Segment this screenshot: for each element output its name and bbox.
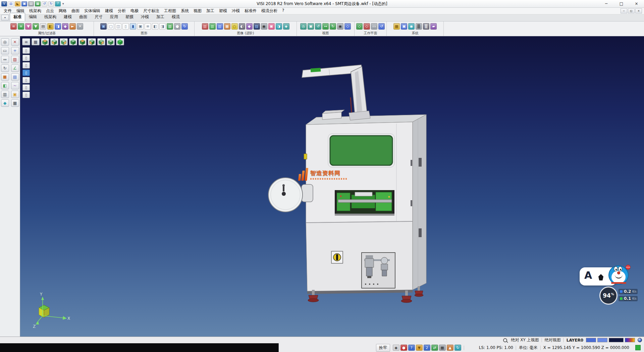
refresh-graphics-icon[interactable]: ↻ bbox=[181, 23, 188, 30]
display-config-icon[interactable]: ▣ bbox=[401, 23, 407, 30]
slant-panel-icon[interactable]: ▰ bbox=[430, 23, 437, 30]
units-readout[interactable]: 单位: 毫米 bbox=[519, 345, 538, 351]
zoom-tool-icon[interactable]: ◎ bbox=[1, 38, 9, 46]
clipboard-tool-icon[interactable]: ▯ bbox=[22, 92, 30, 98]
shadow-icon[interactable]: ◐ bbox=[239, 23, 245, 30]
app-logo-icon[interactable]: V bbox=[1, 1, 7, 6]
pin-icon[interactable]: ◆ bbox=[393, 345, 399, 351]
material-icon[interactable]: ◆ bbox=[246, 23, 253, 30]
background-icon[interactable]: ▨ bbox=[254, 23, 260, 30]
regen-icon[interactable]: ↻ bbox=[454, 345, 461, 351]
color-swatch[interactable] bbox=[597, 338, 607, 342]
view-orientation-label[interactable]: 绝对 XY 上视图 bbox=[511, 337, 539, 343]
align-workplane-icon[interactable]: ◇ bbox=[364, 23, 370, 30]
model-canvas[interactable]: Y X Z bbox=[20, 36, 644, 337]
point-edit-icon[interactable]: + bbox=[11, 47, 19, 54]
menu-item[interactable]: 塑模 bbox=[217, 7, 229, 14]
percent-badge[interactable]: 94 % bbox=[599, 287, 618, 305]
copy-attributes-icon[interactable]: ≡ bbox=[18, 23, 24, 30]
close-button[interactable]: × bbox=[629, 0, 644, 7]
new-window-icon[interactable]: ▣ bbox=[100, 23, 107, 30]
folder-icon[interactable]: ▼ bbox=[416, 345, 423, 351]
search-icon[interactable] bbox=[503, 338, 507, 342]
clipboard-tool-icon[interactable]: ▯ bbox=[22, 70, 30, 76]
rotate-view-icon[interactable]: ↻ bbox=[330, 23, 336, 30]
quick-select-icon[interactable]: ► bbox=[69, 23, 76, 30]
command-prompt-area[interactable] bbox=[0, 343, 279, 352]
mdi-close-button[interactable]: × bbox=[635, 8, 642, 13]
display-menu-icon[interactable]: ≡ bbox=[22, 38, 30, 45]
ribbon-tab[interactable]: 应用 bbox=[106, 13, 122, 21]
open-file-icon[interactable]: ◣ bbox=[15, 1, 20, 6]
curve-tool-icon[interactable]: ~ bbox=[11, 82, 19, 89]
layers-tool-icon[interactable]: ▥ bbox=[1, 91, 9, 98]
ribbon-tab[interactable]: 模流 bbox=[168, 13, 183, 21]
swap-icon[interactable]: ⇄ bbox=[431, 345, 438, 351]
isometric-view-icon[interactable]: ◇ bbox=[344, 23, 351, 30]
shading-blue-icon[interactable]: ▥ bbox=[217, 23, 223, 30]
matrix-icon[interactable]: ▒ bbox=[423, 23, 429, 30]
menu-item[interactable]: 模流分析 bbox=[259, 7, 280, 14]
copy-page-icon[interactable]: ▣ bbox=[137, 23, 144, 30]
shading-red-icon[interactable]: ▥ bbox=[202, 23, 208, 30]
delete-tool-icon[interactable]: ✕ bbox=[11, 38, 19, 46]
notes-tool-icon[interactable]: ▣ bbox=[11, 91, 19, 98]
print-icon[interactable]: ▤ bbox=[28, 1, 34, 6]
help-status-icon[interactable]: ? bbox=[408, 345, 415, 351]
clipboard-tool-icon[interactable]: ▯ bbox=[22, 77, 30, 83]
lock-toggle[interactable]: 拴牢 bbox=[376, 344, 390, 352]
ribbon-tab[interactable]: 编辑 bbox=[25, 13, 41, 21]
tile-windows-icon[interactable]: ◧ bbox=[152, 23, 158, 30]
pan-tool-icon[interactable]: ↔ bbox=[1, 56, 9, 63]
menu-item[interactable]: ? bbox=[280, 7, 286, 14]
color-swatch[interactable] bbox=[625, 338, 635, 342]
filter-remove-icon[interactable]: ▼ bbox=[33, 23, 39, 30]
menu-item[interactable]: 标准件 bbox=[242, 7, 259, 14]
undo-icon[interactable]: ↺ bbox=[42, 1, 47, 6]
help-icon[interactable]: ? bbox=[55, 1, 61, 6]
rotate-tool-icon[interactable]: ↻ bbox=[1, 64, 9, 72]
effects-icon[interactable]: ◈ bbox=[283, 23, 289, 30]
grid-dots-icon[interactable]: ▒ bbox=[416, 23, 422, 30]
shading-green-icon[interactable]: ▥ bbox=[209, 23, 216, 30]
zoom-all-icon[interactable]: ◎ bbox=[300, 23, 307, 30]
measure-tool-icon[interactable]: ∠ bbox=[11, 64, 19, 72]
reset-filter-icon[interactable]: ✕ bbox=[77, 23, 83, 30]
library-tool-icon[interactable]: ▦ bbox=[11, 99, 19, 107]
new-file-icon[interactable]: ▤ bbox=[8, 1, 14, 6]
ribbon-tab[interactable]: 冲模 bbox=[137, 13, 153, 21]
mdi-restore-button[interactable]: ◱ bbox=[628, 8, 635, 13]
snapshot-icon[interactable]: ▣ bbox=[268, 23, 275, 30]
active-page-icon[interactable]: ▮ bbox=[130, 23, 136, 30]
new-workplane-icon[interactable]: ◇ bbox=[356, 23, 363, 30]
ribbon-tab[interactable]: 尺寸 bbox=[91, 13, 106, 21]
qat-dropdown-icon[interactable]: ▾ bbox=[61, 2, 66, 5]
clipboard-tool-icon[interactable]: ▯ bbox=[22, 55, 30, 61]
split-window-icon[interactable]: ◫ bbox=[115, 23, 121, 30]
zoom-window-icon[interactable]: ▣ bbox=[308, 23, 314, 30]
type-filter-icon[interactable]: ◨ bbox=[55, 23, 61, 30]
cascade-windows-icon[interactable]: ◨ bbox=[159, 23, 166, 30]
menu-item[interactable]: 视图 bbox=[191, 7, 204, 14]
element-filter-icon[interactable]: ◆ bbox=[62, 23, 68, 30]
sheet-tool-icon[interactable]: ▤ bbox=[11, 73, 19, 81]
single-window-icon[interactable]: ▢ bbox=[108, 23, 114, 30]
minimize-button[interactable]: ─ bbox=[599, 0, 614, 7]
pyramid-icon[interactable]: ▲ bbox=[447, 345, 453, 351]
fill-tool-icon[interactable]: ◆ bbox=[1, 99, 9, 107]
tab-dropdown-icon[interactable]: ▾ bbox=[1, 15, 9, 20]
camera-icon[interactable]: ◉ bbox=[261, 23, 267, 30]
page-list-icon[interactable]: ≡ bbox=[145, 23, 151, 30]
lighting-icon[interactable]: ○ bbox=[231, 23, 238, 30]
pan-view-icon[interactable]: ↔ bbox=[322, 23, 329, 30]
graphics-settings-icon[interactable]: ● bbox=[174, 23, 180, 30]
surface-tool-icon[interactable]: ◧ bbox=[1, 82, 9, 89]
erase-tool-icon[interactable]: ▨ bbox=[11, 56, 19, 63]
clipboard-tool-icon[interactable]: ▯ bbox=[22, 84, 30, 91]
clipboard-tool-icon[interactable]: ▯ bbox=[22, 47, 30, 54]
ambient-icon[interactable]: ◑ bbox=[276, 23, 282, 30]
record-icon[interactable]: ● bbox=[400, 345, 407, 351]
save-file-icon[interactable]: ▣ bbox=[21, 1, 27, 6]
view-right-cube[interactable] bbox=[60, 38, 68, 45]
edit-attributes-icon[interactable]: ≡ bbox=[10, 23, 17, 30]
